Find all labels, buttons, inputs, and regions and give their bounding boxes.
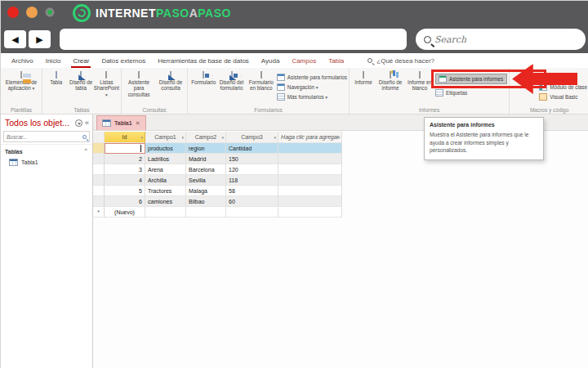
cell[interactable]: Arena bbox=[145, 164, 186, 175]
search-box[interactable] bbox=[416, 29, 586, 50]
nav-search-box[interactable] bbox=[3, 131, 90, 142]
cell[interactable]: 3 bbox=[105, 164, 145, 175]
cell[interactable]: Ladrillos bbox=[145, 154, 186, 164]
cell-add[interactable] bbox=[278, 186, 342, 196]
cell-add[interactable] bbox=[278, 207, 342, 218]
asistente-consultas-button[interactable]: Asistente para consultas bbox=[123, 70, 154, 97]
column-dropdown-icon[interactable]: ▾ bbox=[337, 135, 340, 140]
row-selector[interactable] bbox=[93, 196, 105, 207]
diseno-tabla-button[interactable]: Diseño de tabla bbox=[69, 70, 92, 92]
diseno-formulario-button[interactable]: Diseño del formulario bbox=[217, 70, 245, 92]
navegacion-button[interactable]: Navegación bbox=[277, 83, 347, 91]
new-record-cell[interactable]: (Nuevo) bbox=[105, 207, 145, 218]
column-header-id[interactable]: Id▾ bbox=[105, 132, 145, 143]
diseno-consulta-button[interactable]: Diseño de consulta bbox=[156, 70, 185, 92]
visual-basic-button[interactable]: Visual Basic bbox=[539, 93, 587, 101]
nav-menu-icon[interactable] bbox=[75, 119, 82, 127]
cell[interactable]: Malaga bbox=[186, 186, 226, 196]
column-header-campo3[interactable]: Campo3▾ bbox=[226, 132, 278, 143]
tab-datos-externos[interactable]: Datos externos bbox=[101, 57, 145, 65]
maximize-window-icon[interactable] bbox=[45, 7, 55, 17]
group-collapse-icon[interactable]: ⌃ bbox=[83, 148, 88, 155]
address-bar[interactable] bbox=[60, 29, 407, 50]
cell[interactable]: 150 bbox=[226, 154, 278, 164]
column-header-campo2[interactable]: Campo2▾ bbox=[186, 132, 226, 143]
cell-add[interactable] bbox=[278, 143, 342, 154]
cell[interactable]: region bbox=[186, 143, 226, 154]
row-selector[interactable] bbox=[93, 164, 105, 175]
cell-add[interactable] bbox=[186, 207, 226, 218]
cell-add[interactable] bbox=[278, 154, 342, 164]
row-selector[interactable] bbox=[93, 186, 105, 196]
tab-herramientas[interactable]: Herramientas de base de datos bbox=[158, 57, 249, 65]
formulario-button[interactable]: Formulario bbox=[191, 70, 216, 85]
cell-id-editing[interactable] bbox=[105, 143, 145, 154]
nav-item-tabla1[interactable]: Tabla1 bbox=[1, 156, 92, 168]
asistente-informes-button[interactable]: Asistente para informes bbox=[435, 74, 507, 84]
column-header-add[interactable]: Haga clic para agregar▾ bbox=[278, 132, 342, 143]
cell[interactable]: 4 bbox=[105, 175, 145, 186]
nav-group-tablas[interactable]: Tablas ⌃ bbox=[1, 144, 92, 156]
cell[interactable]: productos bbox=[145, 143, 186, 154]
cell[interactable]: 118 bbox=[226, 175, 278, 186]
tab-campos[interactable]: Campos bbox=[292, 57, 316, 65]
row-selector[interactable] bbox=[93, 175, 105, 186]
informe-blanco-button[interactable]: Informe en blanco bbox=[406, 70, 434, 92]
cell-add[interactable] bbox=[278, 164, 342, 175]
cell-add[interactable] bbox=[278, 196, 342, 207]
tab-tabla[interactable]: Tabla bbox=[328, 57, 344, 65]
macro-button[interactable]: Macro bbox=[514, 70, 536, 85]
column-header-campo1[interactable]: Campo1▾ bbox=[145, 132, 186, 143]
tab-inicio[interactable]: Inicio bbox=[46, 57, 61, 65]
cell[interactable]: 6 bbox=[105, 196, 145, 207]
minimize-window-icon[interactable] bbox=[26, 7, 38, 18]
cell[interactable]: 58 bbox=[226, 186, 278, 196]
search-input[interactable] bbox=[434, 34, 557, 45]
diseno-informe-button[interactable]: Diseño de informe bbox=[376, 70, 404, 92]
back-button[interactable]: ◀ bbox=[4, 30, 26, 48]
nav-search-input[interactable] bbox=[7, 134, 82, 140]
tab-ayuda[interactable]: Ayuda bbox=[261, 57, 280, 65]
document-tab-tabla1[interactable]: Tabla1 ✕ bbox=[96, 115, 146, 130]
cell-add[interactable] bbox=[278, 175, 342, 186]
cell[interactable]: 120 bbox=[226, 164, 278, 175]
modulo-button[interactable]: Módulo bbox=[539, 74, 587, 81]
listas-sharepoint-button[interactable]: Listas SharePoint bbox=[94, 70, 119, 97]
cell[interactable]: 60 bbox=[226, 196, 278, 207]
row-selector[interactable] bbox=[93, 143, 105, 154]
shutter-close-icon[interactable]: « bbox=[85, 119, 89, 127]
column-dropdown-icon[interactable]: ▾ bbox=[140, 135, 143, 140]
tab-archivo[interactable]: Archivo bbox=[11, 57, 33, 65]
forward-button[interactable]: ▶ bbox=[29, 30, 51, 48]
tab-crear[interactable]: Crear bbox=[73, 57, 89, 65]
tell-me-box[interactable]: ¿Qué desea hacer? bbox=[368, 57, 434, 65]
cell-add[interactable] bbox=[226, 207, 278, 218]
column-dropdown-icon[interactable]: ▾ bbox=[221, 135, 224, 140]
mas-formularios-button[interactable]: Más formularios bbox=[277, 93, 347, 101]
cell[interactable]: camiones bbox=[145, 196, 186, 207]
column-dropdown-icon[interactable]: ▾ bbox=[181, 135, 184, 140]
column-dropdown-icon[interactable]: ▾ bbox=[274, 135, 276, 140]
informe-button[interactable]: Informe bbox=[352, 70, 375, 85]
formulario-blanco-button[interactable]: Formulario en blanco bbox=[247, 70, 275, 92]
cell[interactable]: Madrid bbox=[186, 154, 226, 164]
cell[interactable]: Bilbao bbox=[186, 196, 226, 207]
etiquetas-button[interactable]: Etiquetas bbox=[435, 89, 507, 96]
close-window-icon[interactable] bbox=[7, 7, 19, 18]
cell[interactable]: 5 bbox=[105, 186, 145, 196]
cell[interactable]: Cantidad bbox=[226, 143, 278, 154]
cell[interactable]: Archilla bbox=[145, 175, 186, 186]
cell[interactable]: Tractores bbox=[145, 186, 186, 196]
elementos-aplicacion-button[interactable]: Elementos de aplicación bbox=[2, 70, 40, 92]
cell[interactable]: Barcelona bbox=[186, 164, 226, 175]
modulo-clase-button[interactable]: Módulo de clase bbox=[539, 83, 587, 91]
close-tab-icon[interactable]: ✕ bbox=[136, 120, 140, 127]
cell[interactable]: 2 bbox=[105, 154, 145, 164]
tabla-button[interactable]: Tabla bbox=[44, 70, 68, 85]
asistente-formularios-button[interactable]: Asistente para formularios bbox=[277, 74, 347, 81]
cell[interactable]: Sevilla bbox=[186, 175, 226, 186]
select-all-cell[interactable] bbox=[93, 132, 105, 143]
row-selector[interactable] bbox=[93, 154, 105, 164]
cell-add[interactable] bbox=[145, 207, 186, 218]
new-record-selector[interactable]: * bbox=[93, 207, 105, 218]
